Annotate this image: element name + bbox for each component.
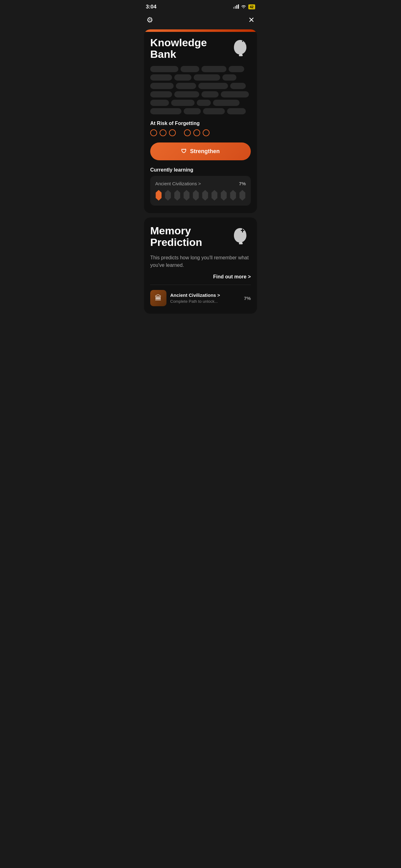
close-icon[interactable]: ✕ xyxy=(248,16,255,24)
svg-rect-1 xyxy=(235,6,236,9)
svg-rect-11 xyxy=(239,243,243,244)
placeholder-pill xyxy=(183,108,201,114)
learning-percent: 7% xyxy=(239,181,246,186)
placeholder-pill xyxy=(198,83,228,89)
top-nav: ⚙ ✕ xyxy=(140,12,261,29)
memory-course-name[interactable]: Ancient Civilizations > xyxy=(170,292,244,298)
placeholder-pill xyxy=(150,74,172,81)
at-risk-label: At Risk of Forgetting xyxy=(150,121,251,126)
signal-icon xyxy=(233,4,239,10)
hex-8 xyxy=(221,190,227,200)
placeholder-pill xyxy=(150,108,181,114)
svg-point-6 xyxy=(245,43,246,44)
knowledge-bank-title: KnowledgeBank xyxy=(150,37,207,60)
learning-course-name[interactable]: Ancient Civilizations > xyxy=(155,181,201,186)
shield-icon: 🛡 xyxy=(181,148,187,155)
divider xyxy=(150,285,251,285)
memory-course-percent: 7% xyxy=(244,296,251,301)
svg-point-8 xyxy=(245,40,245,41)
course-info: Ancient Civilizations > Complete Path to… xyxy=(170,292,244,304)
wifi-icon xyxy=(241,4,246,10)
svg-rect-10 xyxy=(239,54,243,56)
placeholder-pill xyxy=(229,66,244,72)
risk-dot-5 xyxy=(193,129,200,136)
risk-gap xyxy=(178,129,181,136)
strengthen-button[interactable]: 🛡 Strengthen xyxy=(150,143,251,160)
placeholder-pill xyxy=(227,108,246,114)
risk-dot-6 xyxy=(203,129,209,136)
hex-2 xyxy=(165,190,171,200)
memory-prediction-title: MemoryPrediction xyxy=(150,225,202,248)
placeholder-pill xyxy=(174,74,192,81)
svg-point-4 xyxy=(242,41,243,42)
scroll-area: KnowledgeBank xyxy=(140,29,261,320)
placeholder-pill xyxy=(230,83,246,89)
placeholder-pill xyxy=(222,74,236,81)
course-thumbnail: 🏛 xyxy=(150,290,166,306)
hex-10 xyxy=(239,190,246,200)
placeholder-pill xyxy=(197,100,211,106)
placeholder-pill xyxy=(150,83,174,89)
svg-rect-2 xyxy=(236,5,237,9)
strengthen-label: Strengthen xyxy=(190,148,220,155)
placeholder-lines xyxy=(150,66,251,114)
hex-progress-row xyxy=(155,190,246,200)
placeholder-pill xyxy=(171,100,195,106)
hex-4 xyxy=(183,190,190,200)
settings-icon[interactable]: ⚙ xyxy=(146,16,153,24)
status-bar: 3:04 42 xyxy=(140,0,261,12)
memory-card-header: MemoryPrediction xyxy=(150,225,251,248)
learning-box: Ancient Civilizations > 7% xyxy=(150,176,251,206)
status-icons: 42 xyxy=(233,4,255,10)
svg-point-5 xyxy=(244,41,245,42)
risk-dot-3 xyxy=(169,129,176,136)
svg-rect-0 xyxy=(233,7,234,9)
hex-7 xyxy=(211,190,218,200)
placeholder-pill xyxy=(213,100,239,106)
card-header: KnowledgeBank xyxy=(150,37,251,60)
placeholder-pill xyxy=(150,66,178,72)
memory-prediction-body: This predicts how long you'll remember w… xyxy=(150,254,251,269)
placeholder-pill xyxy=(150,91,172,97)
status-time: 3:04 xyxy=(146,4,157,10)
placeholder-pill xyxy=(174,91,199,97)
svg-point-7 xyxy=(244,40,244,40)
risk-dots xyxy=(150,129,251,136)
svg-point-9 xyxy=(246,42,247,43)
placeholder-pill xyxy=(201,91,219,97)
placeholder-pill xyxy=(201,66,226,72)
placeholder-pill xyxy=(194,74,220,81)
risk-dot-1 xyxy=(150,129,157,136)
hex-1 xyxy=(155,190,162,200)
memory-prediction-icon xyxy=(231,225,251,248)
memory-course-sub: Complete Path to unlock... xyxy=(170,299,244,304)
learning-header: Ancient Civilizations > 7% xyxy=(155,181,246,186)
knowledge-bank-icon xyxy=(231,37,251,60)
hex-5 xyxy=(192,190,199,200)
risk-dot-4 xyxy=(184,129,191,136)
memory-course-row: 🏛 Ancient Civilizations > Complete Path … xyxy=(150,290,251,306)
svg-rect-13 xyxy=(241,230,244,231)
hex-9 xyxy=(230,190,236,200)
find-out-more-link[interactable]: Find out more > xyxy=(150,274,251,280)
knowledge-bank-card: KnowledgeBank xyxy=(144,29,257,213)
card-glow xyxy=(144,29,257,32)
currently-learning-label: Currently learning xyxy=(150,167,251,173)
hex-3 xyxy=(174,190,181,200)
risk-dot-2 xyxy=(160,129,166,136)
battery-indicator: 42 xyxy=(248,4,255,9)
placeholder-pill xyxy=(176,83,196,89)
placeholder-pill xyxy=(221,91,249,97)
placeholder-pill xyxy=(203,108,225,114)
svg-rect-3 xyxy=(238,4,239,9)
placeholder-pill xyxy=(180,66,199,72)
placeholder-pill xyxy=(150,100,169,106)
memory-prediction-card: MemoryPrediction This predicts how long … xyxy=(144,217,257,314)
hex-6 xyxy=(202,190,209,200)
